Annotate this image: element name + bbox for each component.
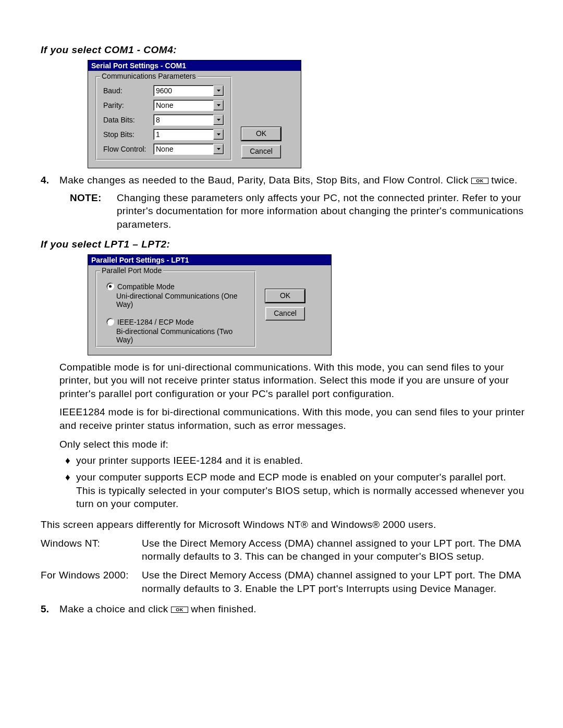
parallel-port-mode-group: Parallel Port Mode Compatible Mode Uni-d… <box>95 270 256 348</box>
bullet-item: ♦ your computer supports ECP mode and EC… <box>59 471 527 511</box>
row-windows-nt: Windows NT: Use the Direct Memory Access… <box>41 537 527 563</box>
svg-marker-0 <box>217 90 221 92</box>
heading-lpt: If you select LPT1 – LPT2: <box>41 239 527 250</box>
step-number: 4. <box>41 174 59 187</box>
svg-marker-1 <box>217 104 221 106</box>
baud-value: 9600 <box>154 85 213 96</box>
note-label: NOTE: <box>70 191 117 231</box>
inline-ok-button: OK <box>171 607 188 613</box>
os-label: Windows NT: <box>41 537 142 563</box>
svg-marker-4 <box>217 148 221 150</box>
databits-label: Data Bits: <box>103 116 153 124</box>
paragraph-compatible: Compatible mode is for uni-directional c… <box>59 361 527 401</box>
os-body: Use the Direct Memory Access (DMA) chann… <box>142 569 527 595</box>
radio-label: IEEE-1284 / ECP Mode <box>117 318 194 326</box>
ok-button[interactable]: OK <box>265 289 305 303</box>
radio-icon <box>106 318 114 326</box>
os-body: Use the Direct Memory Access (DMA) chann… <box>142 537 527 563</box>
flowcontrol-label: Flow Control: <box>103 145 153 153</box>
parity-value: None <box>154 100 213 110</box>
paragraph-screen-differs: This screen appears differently for Micr… <box>41 518 527 532</box>
radio-icon <box>106 282 114 290</box>
inline-ok-button: OK <box>471 178 488 184</box>
bullet-text: your computer supports ECP mode and ECP … <box>76 471 527 511</box>
communications-parameters-group: Communications Parameters Baud: 9600 Par… <box>95 76 232 161</box>
chevron-down-icon[interactable] <box>213 115 224 125</box>
step5-text-b: when finished. <box>191 603 256 614</box>
stopbits-label: Stop Bits: <box>103 130 153 139</box>
parallel-port-dialog: Parallel Port Settings - LPT1 Parallel P… <box>88 254 332 355</box>
baud-combo[interactable]: 9600 <box>153 85 224 96</box>
step4-text-a: Make changes as needed to the Baud, Pari… <box>59 175 471 186</box>
svg-marker-3 <box>217 133 221 135</box>
stopbits-value: 1 <box>154 129 213 140</box>
dialog-title: Serial Port Settings - COM1 <box>88 60 301 71</box>
ok-button[interactable]: OK <box>241 127 281 141</box>
cancel-button[interactable]: Cancel <box>241 145 281 158</box>
step-number: 5. <box>41 602 59 616</box>
chevron-down-icon[interactable] <box>213 144 224 154</box>
group-title: Communications Parameters <box>100 72 198 80</box>
bullet-item: ♦ your printer supports IEEE-1284 and it… <box>59 454 527 467</box>
chevron-down-icon[interactable] <box>213 100 224 110</box>
os-label: For Windows 2000: <box>41 569 142 595</box>
step4-text-b: twice. <box>491 175 517 186</box>
dialog-title: Parallel Port Settings - LPT1 <box>88 255 331 265</box>
chevron-down-icon[interactable] <box>213 129 224 140</box>
stopbits-combo[interactable]: 1 <box>153 129 224 140</box>
radio-ieee1284-mode[interactable]: IEEE-1284 / ECP Mode <box>106 318 248 326</box>
bullet-text: your printer supports IEEE-1284 and it i… <box>76 454 527 467</box>
radio-desc: Bi-directional Communications (Two Way) <box>116 327 248 344</box>
paragraph-only-if: Only select this mode if: <box>59 438 527 451</box>
parity-label: Parity: <box>103 101 153 109</box>
note-body: Changing these parameters only affects y… <box>117 191 527 231</box>
step5-text-a: Make a choice and click <box>59 603 171 614</box>
heading-com: If you select COM1 - COM4: <box>41 44 527 56</box>
serial-port-dialog: Serial Port Settings - COM1 Communicatio… <box>88 60 301 168</box>
baud-label: Baud: <box>103 87 153 95</box>
row-windows-2000: For Windows 2000: Use the Direct Memory … <box>41 569 527 595</box>
radio-compatible-mode[interactable]: Compatible Mode <box>106 282 248 291</box>
paragraph-ieee1284: IEEE1284 mode is for bi-directional comm… <box>59 405 527 432</box>
flowcontrol-value: None <box>154 144 213 154</box>
note-block: NOTE: Changing these parameters only aff… <box>70 191 527 231</box>
diamond-icon: ♦ <box>59 454 76 467</box>
radio-desc: Uni-directional Communications (One Way) <box>116 292 248 309</box>
cancel-button[interactable]: Cancel <box>265 307 305 320</box>
databits-combo[interactable]: 8 <box>153 114 224 126</box>
radio-label: Compatible Mode <box>117 282 175 291</box>
diamond-icon: ♦ <box>59 471 76 511</box>
databits-value: 8 <box>154 115 213 125</box>
parity-combo[interactable]: None <box>153 100 224 111</box>
svg-marker-2 <box>217 119 221 121</box>
flowcontrol-combo[interactable]: None <box>153 143 224 155</box>
step-5: 5. Make a choice and click OK when finis… <box>41 602 527 616</box>
step-4: 4. Make changes as needed to the Baud, P… <box>41 174 527 187</box>
group-title: Parallel Port Mode <box>100 266 163 275</box>
chevron-down-icon[interactable] <box>213 85 224 96</box>
